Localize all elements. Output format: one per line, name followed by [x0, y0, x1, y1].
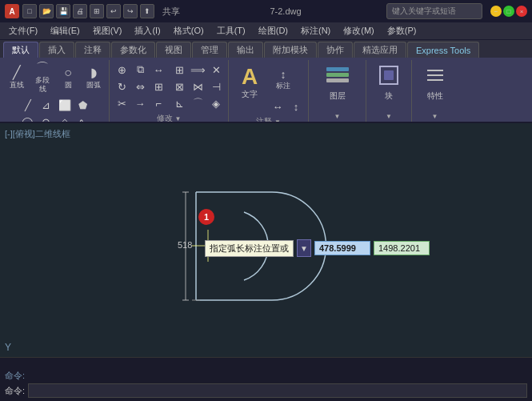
draw-tool-7[interactable]: ◇ [56, 114, 74, 123]
erase-tool[interactable]: ✕ [207, 62, 225, 78]
tab-default[interactable]: 默认 [3, 42, 38, 58]
group-properties: 特性 ▼ [414, 60, 458, 122]
polyline-icon: ⌒ [36, 62, 49, 74]
rotate-tool[interactable]: ↻ [113, 78, 130, 94]
svg-rect-2 [326, 78, 349, 82]
text-tool[interactable]: A 文字 [232, 60, 267, 104]
line-tool[interactable]: ╱ 直线 [5, 60, 29, 95]
explode-tool[interactable]: ⊠ [170, 78, 188, 94]
group-modify: ⊕ ⧉ ↔ ↻ ⇔ ⊞ ✂ → ⌐ ⊞ ⟹ ✕ ⊠ ⋈ ⊣ ⊾ ⌒ ◈ [111, 60, 229, 122]
menu-edit[interactable]: 编辑(E) [45, 23, 86, 38]
block-icon [378, 64, 400, 90]
modify-tools: ⊕ ⧉ ↔ ↻ ⇔ ⊞ ✂ → ⌐ ⊞ ⟹ ✕ ⊠ ⋈ ⊣ ⊾ ⌒ ◈ [113, 60, 225, 111]
layer-button[interactable]: 图层 [314, 60, 362, 104]
menu-dimension[interactable]: 标注(N) [295, 23, 336, 38]
command-input-label: 命令: [5, 385, 25, 397]
properties-expand[interactable]: ▼ [432, 113, 438, 120]
break-tool[interactable]: ⊣ [207, 78, 225, 94]
fillet-tool[interactable]: ⌐ [150, 95, 167, 111]
menu-insert[interactable]: 插入(I) [129, 23, 166, 38]
tab-insert[interactable]: 插入 [39, 42, 74, 58]
tab-collaborate[interactable]: 协作 [318, 42, 353, 58]
mirror-tool[interactable]: ⇔ [131, 78, 149, 94]
menu-format[interactable]: 格式(O) [168, 23, 210, 38]
menu-modify[interactable]: 修改(M) [338, 23, 380, 38]
menu-draw[interactable]: 绘图(D) [253, 23, 294, 38]
circle-tool[interactable]: ○ 圆 [56, 60, 80, 95]
move-tool[interactable]: ⊕ [113, 62, 130, 78]
draw-tool-2[interactable]: ⊿ [38, 97, 55, 113]
array-tool[interactable]: ⊞ [170, 62, 188, 78]
block-button[interactable]: 块 [371, 60, 406, 104]
share-button[interactable]: ⬆ [140, 4, 154, 18]
line-icon: ╱ [13, 66, 21, 79]
draw-tool-8[interactable]: ∿ [74, 114, 92, 123]
print-button[interactable]: 🖨 [73, 4, 87, 18]
tab-annotate[interactable]: 注释 [75, 42, 110, 58]
coord-y-input[interactable] [374, 241, 430, 255]
block-group-expand[interactable]: ▼ [386, 113, 392, 120]
dim-tool-2[interactable]: ↕ [287, 98, 305, 114]
draw-tool-3[interactable]: ⬜ [56, 97, 74, 113]
modify-group-label: 修改 ▼ [113, 111, 225, 123]
chamfer-tool[interactable]: ⊾ [170, 95, 188, 111]
menu-file[interactable]: 文件(F) [3, 23, 43, 38]
tab-express-tools[interactable]: Express Tools [407, 42, 479, 58]
plot-button[interactable]: ⊞ [90, 4, 104, 18]
command-history: 命令: [5, 370, 527, 382]
tab-view[interactable]: 视图 [156, 42, 191, 58]
save-button[interactable]: 💾 [56, 4, 70, 18]
minimize-button[interactable]: − [490, 6, 502, 17]
stretch-tool[interactable]: ↔ [150, 62, 167, 78]
pedit-tool[interactable]: ⌒ [189, 95, 206, 111]
window-controls: − □ × [490, 6, 527, 17]
properties-label: 特性 [427, 91, 443, 101]
properties-button[interactable]: 特性 [418, 60, 453, 104]
open-button[interactable]: 📂 [39, 4, 54, 18]
join-tool[interactable]: ⋈ [189, 78, 206, 94]
draw-tool-4[interactable]: ⬟ [74, 97, 92, 113]
layer-group-expand[interactable]: ▼ [334, 113, 341, 120]
polyline-tool[interactable]: ⌒ 多段线 [30, 60, 54, 95]
draw-tool-1[interactable]: ╱ [19, 97, 37, 113]
new-button[interactable]: □ [22, 4, 37, 18]
tab-featured[interactable]: 精选应用 [354, 42, 406, 58]
menu-bar: 文件(F) 编辑(E) 视图(V) 插入(I) 格式(O) 工具(T) 绘图(D… [0, 22, 532, 40]
prompt-expand-button[interactable]: ▼ [297, 239, 311, 257]
coord-x-input[interactable] [314, 241, 370, 255]
undo-button[interactable]: ↩ [106, 4, 121, 18]
arc-tool[interactable]: ◗ 圆弧 [82, 60, 106, 95]
annotate-tools: A 文字 ↕ 标注 ↔ ↕ [232, 60, 305, 114]
extend-tool[interactable]: → [131, 95, 149, 111]
redo-button[interactable]: ↪ [123, 4, 138, 18]
offset-tool[interactable]: ⟹ [189, 62, 206, 78]
tab-parametric[interactable]: 参数化 [111, 42, 155, 58]
tab-manage[interactable]: 管理 [192, 42, 227, 58]
search-box[interactable]: 键入关键字或短语 [386, 3, 482, 19]
app-icon: A [5, 4, 19, 18]
scale-tool[interactable]: ⊞ [150, 78, 167, 94]
menu-tools[interactable]: 工具(T) [211, 23, 251, 38]
dimension-tool[interactable]: ↕ 标注 [269, 62, 298, 97]
grip-tool[interactable]: ◈ [207, 95, 225, 111]
command-area: 命令: 命令: [0, 357, 532, 401]
modify-expand-icon[interactable]: ▼ [175, 115, 182, 122]
trim-tool[interactable]: ✂ [113, 95, 130, 111]
canvas-area[interactable]: [-][俯视]二维线框 518 1 指定弧长标注位置或 ▼ [0, 123, 532, 357]
copy-tool[interactable]: ⧉ [131, 62, 149, 78]
menu-view[interactable]: 视图(V) [87, 23, 128, 38]
viewport-label: [-][俯视]二维线框 [5, 128, 70, 140]
draw-tools: ╱ 直线 ⌒ 多段线 ○ 圆 ◗ 圆弧 [5, 60, 106, 123]
tab-output[interactable]: 输出 [228, 42, 263, 58]
menu-params[interactable]: 参数(P) [382, 23, 422, 38]
polyline-label: 多段线 [32, 76, 53, 94]
command-input[interactable] [28, 383, 527, 398]
close-button[interactable]: × [516, 6, 527, 17]
draw-tool-5[interactable]: ◯ [19, 114, 37, 123]
draw-tool-6[interactable]: ⊙ [38, 114, 55, 123]
maximize-button[interactable]: □ [503, 6, 514, 17]
tab-addons[interactable]: 附加模块 [264, 42, 317, 58]
y-axis-label: Y [5, 342, 11, 353]
arc-label: 圆弧 [86, 81, 101, 90]
dim-tool-1[interactable]: ↔ [269, 98, 286, 114]
